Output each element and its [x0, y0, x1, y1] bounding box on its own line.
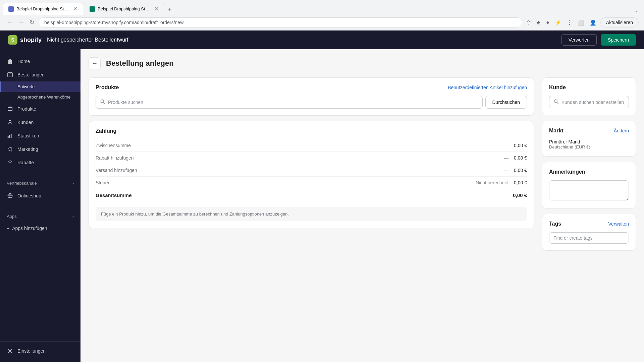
- apps-add-label: Apps hinzufügen: [12, 226, 47, 231]
- payment-row-rabatt: Rabatt hinzufügen — 0,00 €: [96, 152, 527, 164]
- sidebar-label-abgebrochen: Abgebrochene Warenkörbe: [17, 95, 71, 100]
- sidebar-apps-header[interactable]: Apps ›: [0, 210, 80, 222]
- payment-row-steuer: Steuer Nicht berechnet 0,00 €: [96, 177, 527, 189]
- browser-chrome: Beispiel Dropshipping Store · ... ✕ Beis…: [0, 0, 644, 31]
- back-nav-button[interactable]: ←: [5, 18, 14, 27]
- browse-button[interactable]: Durchsuchen: [485, 96, 527, 109]
- home-icon: [7, 58, 13, 65]
- verwerfen-button[interactable]: Verwerfen: [561, 34, 597, 46]
- browser-toolbar: ← → ↻ beispiel-dropshipping-store.myshop…: [0, 15, 644, 30]
- sidebar-item-settings[interactable]: Einstellungen: [0, 344, 80, 358]
- sidebar-item-kunden[interactable]: Kunden: [0, 116, 80, 129]
- tab-favicon-2: [90, 6, 95, 12]
- extensions-icon[interactable]: ⚡: [553, 18, 563, 27]
- sidebar-label-kunden: Kunden: [17, 120, 34, 125]
- split-icon[interactable]: ⬜: [576, 18, 586, 27]
- sidebar-label-marketing: Marketing: [17, 146, 38, 152]
- anmerkungen-card-title: Anmerkungen: [549, 169, 585, 175]
- sidebar-divider-1: [0, 172, 80, 175]
- markt-aendern-link[interactable]: Ändern: [614, 128, 629, 133]
- tab-title-2: Beispiel Dropshipping Store: [98, 6, 150, 11]
- page-header: ← Bestellung anlegen: [89, 57, 636, 69]
- tags-card-header: Tags Verwalten: [549, 221, 629, 227]
- tab-close-1[interactable]: ✕: [73, 6, 77, 12]
- back-button[interactable]: ←: [89, 57, 101, 69]
- tab-expand-button[interactable]: ⌄: [632, 6, 641, 15]
- label-rabatt: Rabatt hinzufügen: [96, 155, 134, 161]
- browser-tab-2[interactable]: Beispiel Dropshipping Store ✕: [84, 3, 164, 15]
- apps-add-item[interactable]: + Apps hinzufügen: [0, 222, 80, 234]
- sidebar-item-home[interactable]: Home: [0, 55, 80, 68]
- reload-button[interactable]: ↻: [28, 17, 36, 27]
- product-search-row: Durchsuchen: [96, 96, 527, 109]
- anmerkungen-textarea[interactable]: [549, 180, 629, 200]
- address-bar[interactable]: beispiel-dropshipping-store.myshopify.co…: [39, 17, 522, 27]
- sidebar-item-bestellungen[interactable]: Bestellungen: [0, 68, 80, 81]
- sidebar-item-entwerfe[interactable]: Entwürfe: [0, 81, 80, 92]
- sidebar-item-rabatte[interactable]: Rabatte: [0, 156, 80, 169]
- menu-icon[interactable]: ⋮: [566, 18, 574, 27]
- analytics-icon: [7, 132, 13, 139]
- speichern-button[interactable]: Speichern: [601, 34, 636, 46]
- sidebar-apps-icon: ›: [72, 214, 74, 219]
- markt-card: Markt Ändern Primärer Markt Deutschland …: [542, 121, 636, 157]
- update-button[interactable]: Aktualisieren: [600, 17, 639, 27]
- sidebar-item-marketing[interactable]: Marketing: [0, 142, 80, 156]
- share-icon[interactable]: ⇧: [525, 18, 532, 27]
- zahlung-card: Zahlung Zwischensumme 0,00 € Rabatt hinz…: [89, 121, 534, 228]
- meta-rabatt: —: [504, 155, 508, 161]
- payment-info-text: Füge ein Produkt hinzu, um die Gesamtsum…: [101, 212, 289, 217]
- row-right-zwischensumme: 0,00 €: [514, 143, 527, 148]
- tags-verwalten-link[interactable]: Verwalten: [608, 221, 629, 227]
- new-tab-button[interactable]: +: [165, 4, 174, 15]
- label-zwischensumme: Zwischensumme: [96, 143, 131, 148]
- profile-icon[interactable]: 👤: [588, 18, 598, 27]
- svg-rect-0: [8, 73, 12, 77]
- payment-row-zwischensumme: Zwischensumme 0,00 €: [96, 139, 527, 152]
- customer-search-input[interactable]: [561, 100, 625, 105]
- col-side: Kunde Markt Ändern: [542, 77, 636, 251]
- forward-nav-button[interactable]: →: [17, 18, 25, 27]
- app-header-left: S shopify Nicht gespeicherter Bestellent…: [8, 35, 128, 45]
- address-text: beispiel-dropshipping-store.myshopify.co…: [44, 20, 183, 25]
- value-rabatt: 0,00 €: [514, 155, 527, 161]
- market-info: Primärer Markt Deutschland (EUR €): [549, 139, 629, 149]
- market-name: Primärer Markt: [549, 139, 629, 144]
- sidebar-label-entwerfe: Entwürfe: [17, 84, 35, 89]
- sidebar-divider-2: [0, 205, 80, 208]
- main-layout: Home Bestellungen Entwürfe Abgebrochene …: [0, 49, 644, 362]
- svg-rect-4: [8, 136, 9, 138]
- tags-input[interactable]: [549, 232, 629, 244]
- shopify-logo-text: shopify: [20, 37, 42, 44]
- sidebar-channels-header[interactable]: Vertriebskanäle ›: [0, 177, 80, 189]
- market-sub: Deutschland (EUR €): [549, 144, 629, 149]
- payment-row-versand: Versand hinzufügen — 0,00 €: [96, 164, 527, 177]
- products-icon: [7, 106, 13, 112]
- app: S shopify Nicht gespeicherter Bestellent…: [0, 31, 644, 362]
- bookmark-icon[interactable]: ★: [535, 18, 542, 27]
- row-right-steuer: Nicht berechnet 0,00 €: [476, 180, 527, 185]
- sidebar-channels-icon: ›: [72, 181, 74, 186]
- tags-card-title: Tags: [549, 221, 561, 227]
- apps-add-icon: +: [7, 226, 9, 231]
- opera-icon[interactable]: ●: [545, 18, 551, 27]
- produkte-card: Produkte Benutzerdefinierten Artikel hin…: [89, 77, 534, 116]
- tab-close-2[interactable]: ✕: [154, 6, 159, 12]
- kunde-card-header: Kunde: [549, 84, 629, 90]
- row-right-versand: — 0,00 €: [504, 168, 527, 173]
- marketing-icon: [7, 146, 13, 153]
- produkte-card-header: Produkte Benutzerdefinierten Artikel hin…: [96, 84, 527, 90]
- sidebar-item-abgebrochen[interactable]: Abgebrochene Warenkörbe: [0, 92, 80, 102]
- sidebar-item-produkte[interactable]: Produkte: [0, 102, 80, 116]
- shopify-logo: S shopify: [8, 35, 42, 45]
- sidebar-label-produkte: Produkte: [17, 106, 36, 112]
- sidebar-item-statistiken[interactable]: Statistiken: [0, 129, 80, 142]
- custom-article-link[interactable]: Benutzerdefinierten Artikel hinzufügen: [448, 85, 527, 90]
- product-search-input[interactable]: [108, 100, 478, 105]
- sidebar-item-onlineshop[interactable]: Onlineshop: [0, 189, 80, 202]
- settings-icon: [7, 348, 13, 354]
- value-steuer: 0,00 €: [514, 180, 527, 185]
- customer-search-icon: [553, 99, 559, 105]
- browser-tab-active[interactable]: Beispiel Dropshipping Store · ... ✕: [3, 3, 83, 15]
- kunde-card: Kunde: [542, 77, 636, 115]
